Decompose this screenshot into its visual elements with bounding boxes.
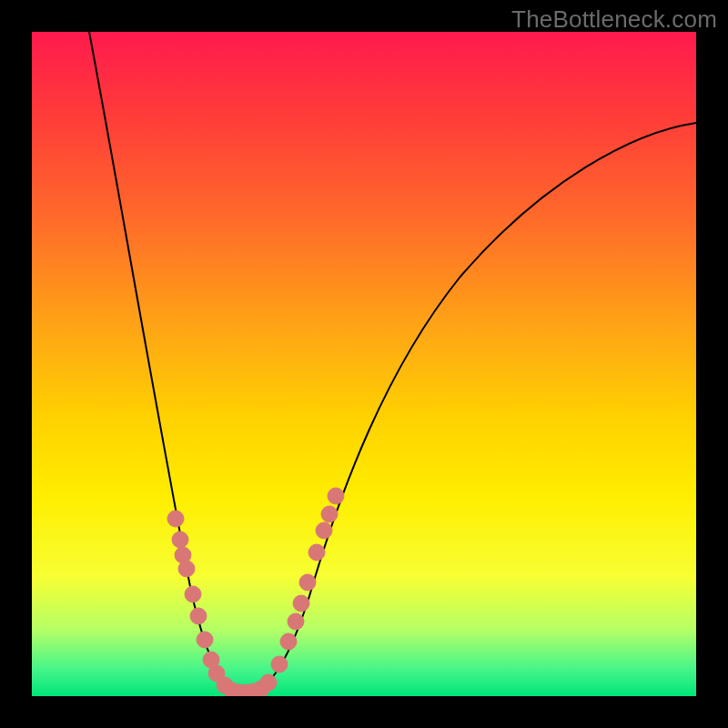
chart-frame: TheBottleneck.com <box>0 0 728 728</box>
data-point <box>328 488 344 504</box>
data-point <box>260 674 277 691</box>
data-points <box>167 488 344 696</box>
data-point <box>172 531 188 548</box>
data-point <box>316 522 332 539</box>
data-point <box>185 586 201 602</box>
data-point <box>308 544 325 561</box>
watermark-text: TheBottleneck.com <box>511 5 717 34</box>
data-point <box>271 656 288 672</box>
data-point <box>197 632 213 648</box>
bottleneck-curve <box>89 32 696 692</box>
data-point <box>178 561 195 577</box>
data-point <box>190 608 207 624</box>
data-point <box>280 633 297 650</box>
data-point <box>167 511 184 527</box>
data-point <box>299 574 316 591</box>
data-point <box>293 595 309 612</box>
plot-area <box>32 32 696 696</box>
data-point <box>288 613 304 630</box>
data-point <box>321 506 338 522</box>
curve-layer <box>32 32 696 696</box>
